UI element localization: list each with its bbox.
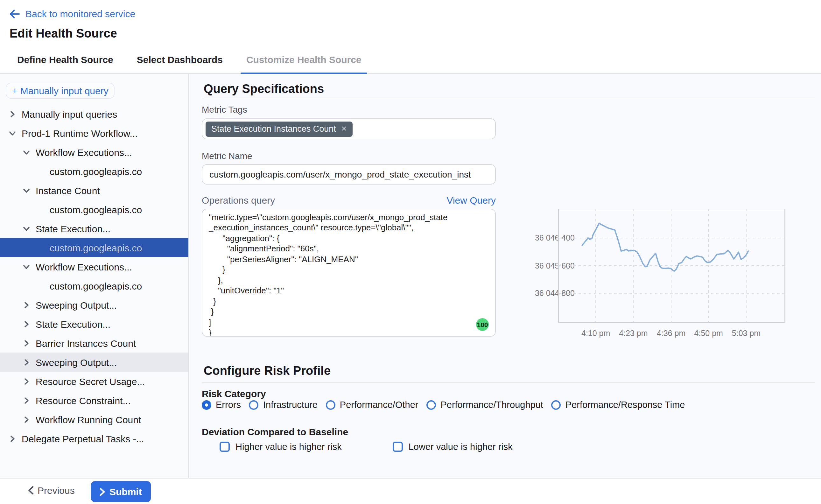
page-title: Edit Health Source [10,27,117,41]
operations-query-label: Operations query [202,195,275,206]
metric-name-label: Metric Name [202,151,252,161]
chevron-right-icon [23,301,30,308]
chevron-right-icon [23,416,30,423]
tree-item-label: custom.googleapis.co [50,166,142,177]
main-panel: Query Specifications Metric Tags State E… [189,74,821,478]
back-arrow-icon [10,9,20,18]
deviation-checkbox-lower-value-is-higher-risk[interactable]: Lower value is higher risk [393,442,513,452]
tree-item-label: Barrier Instances Count [36,338,136,348]
add-manual-query-button[interactable]: + Manually input query [6,83,115,99]
chevron-down-icon [23,263,30,270]
tree-item-instance-count[interactable]: Instance Count [0,181,188,200]
tree-item-workflow-running-count[interactable]: Workflow Running Count [0,410,188,429]
x-axis-tick-label: 4:36 pm [657,329,685,338]
tree-item-label: Manually input queries [22,109,117,119]
x-axis-tick-label: 4:50 pm [694,329,723,338]
x-axis-tick-label: 5:03 pm [732,329,761,338]
radio-unselected-icon [249,400,259,409]
risk-radio-performance-throughput[interactable]: Performance/Throughput [426,400,543,410]
tree-item-delegate-perpetual-tasks[interactable]: Delegate Perpetual Tasks -... [0,429,188,448]
page-header: Back to monitored service Edit Health So… [0,0,821,46]
risk-radio-errors[interactable]: Errors [202,400,241,410]
operations-query-textarea[interactable]: "filter": "metric.type=\"custom.googleap… [202,209,496,337]
chevron-right-icon [23,378,30,385]
tree-item-state-execution[interactable]: State Execution... [0,219,188,238]
tree-item-custom-googleapis-co[interactable]: custom.googleapis.co [0,200,188,219]
tree-item-label: Sweeping Output... [36,357,117,367]
query-tree-sidebar: + Manually input query Manually input qu… [0,74,189,478]
chevron-right-icon [9,110,16,117]
metric-tags-input[interactable]: State Execution Instances Count ✕ [202,118,496,139]
checkbox-unchecked-icon [393,442,403,452]
risk-radio-performance-response-time[interactable]: Performance/Response Time [551,400,685,410]
metric-preview-chart: 36 046 40036 045 60036 044 8004:10 pm4:2… [507,201,813,347]
chevron-down-icon [23,225,30,232]
tree-item-manually-input-queries[interactable]: Manually input queries [0,104,188,123]
deviation-label: Deviation Compared to Baseline [202,426,348,437]
checkbox-unchecked-icon [220,442,230,452]
tree-item-label: State Execution... [36,223,110,234]
previous-button-label: Previous [38,485,75,496]
section-divider [202,99,815,99]
tree-item-custom-googleapis-co[interactable]: custom.googleapis.co [0,238,188,257]
tree-item-workflow-executions[interactable]: Workflow Executions... [0,143,188,162]
tree-item-label: Prod-1 Runtime Workflow... [22,128,138,138]
x-axis-tick-label: 4:23 pm [619,329,648,338]
tree-item-barrier-instances-count[interactable]: Barrier Instances Count [0,333,188,353]
radio-unselected-icon [426,400,436,409]
tab-define-health-source[interactable]: Define Health Source [17,45,113,73]
deviation-checkbox-group: Higher value is higher riskLower value i… [220,442,513,452]
tree-item-resource-constraint[interactable]: Resource Constraint... [0,391,188,410]
chevron-right-icon [23,339,30,347]
tree-item-label: Instance Count [36,185,100,196]
remove-tag-icon[interactable]: ✕ [341,125,347,133]
tree-item-custom-googleapis-co[interactable]: custom.googleapis.co [0,276,188,295]
radio-unselected-icon [326,400,335,409]
chevron-left-icon [28,486,34,494]
tree-item-sweeping-output[interactable]: Sweeping Output... [0,353,188,372]
radio-unselected-icon [551,400,561,409]
chevron-down-icon [23,149,30,156]
query-score-badge: 100 [476,318,489,331]
tree-item-label: Workflow Running Count [36,414,141,425]
tab-select-dashboards[interactable]: Select Dashboards [137,45,223,73]
wizard-tabbar: Define Health SourceSelect DashboardsCus… [0,46,821,74]
view-query-link[interactable]: View Query [442,195,496,206]
tree-item-sweeping-output[interactable]: Sweeping Output... [0,295,188,314]
chevron-down-icon [9,129,16,137]
query-tree: Manually input queriesProd-1 Runtime Wor… [0,104,188,448]
submit-button-label: Submit [109,486,142,497]
tree-item-label: Delegate Perpetual Tasks -... [22,433,144,444]
section-divider [202,382,815,382]
tree-item-label: State Execution... [36,319,110,329]
operations-query-text: "filter": "metric.type=\"custom.googleap… [209,209,489,337]
tree-item-label: Resource Constraint... [36,395,130,406]
tree-item-state-execution[interactable]: State Execution... [0,314,188,333]
chevron-right-icon [23,397,30,404]
footer-bar: Previous Submit [0,478,821,504]
risk-radio-performance-other[interactable]: Performance/Other [326,400,418,410]
previous-button[interactable]: Previous [28,485,75,496]
tree-item-prod-1-runtime-workflow[interactable]: Prod-1 Runtime Workflow... [0,123,188,143]
risk-category-radio-group: ErrorsInfrastructurePerformance/OtherPer… [202,400,693,410]
tree-item-resource-secret-usage[interactable]: Resource Secret Usage... [0,372,188,391]
tree-item-label: custom.googleapis.co [50,242,142,253]
deviation-checkbox-higher-value-is-higher-risk[interactable]: Higher value is higher risk [220,442,342,452]
back-to-monitored-service-link[interactable]: Back to monitored service [10,8,135,19]
tab-customize-health-source[interactable]: Customize Health Source [246,45,361,73]
radio-selected-icon [202,400,211,409]
tree-item-label: Workflow Executions... [36,147,132,157]
metric-name-input[interactable]: custom.googleapis.com/user/x_mongo_prod_… [202,164,496,185]
tree-item-workflow-executions[interactable]: Workflow Executions... [0,257,188,276]
chevron-down-icon [23,187,30,194]
metric-tag-chip: State Execution Instances Count ✕ [206,121,353,137]
tree-item-label: Resource Secret Usage... [36,376,145,387]
risk-radio-infrastructure[interactable]: Infrastructure [249,400,318,410]
submit-button[interactable]: Submit [91,481,151,502]
chevron-right-icon [23,320,30,327]
x-axis-tick-label: 4:10 pm [581,329,610,338]
configure-risk-profile-title: Configure Risk Profile [204,364,331,378]
tree-item-label: custom.googleapis.co [50,204,142,215]
edit-health-source-page: Back to monitored service Edit Health So… [0,0,821,504]
tree-item-custom-googleapis-co[interactable]: custom.googleapis.co [0,162,188,181]
